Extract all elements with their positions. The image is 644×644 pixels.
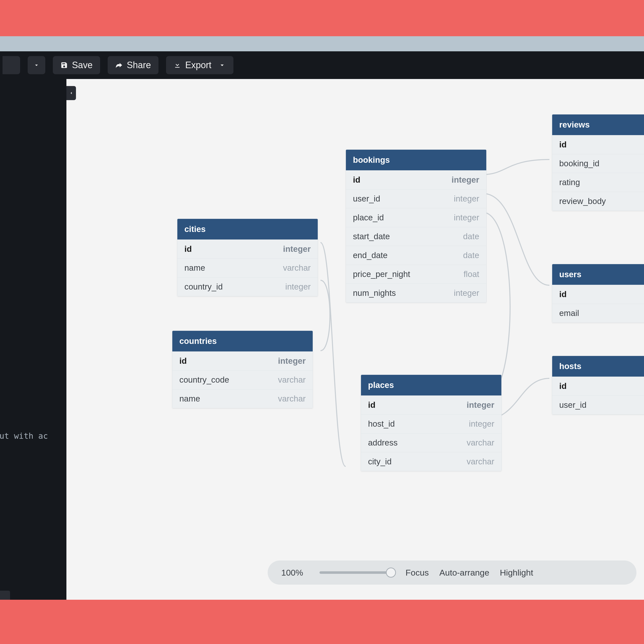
chevron-left-icon [69,91,73,95]
column-name: price_per_night [353,269,410,279]
column-name: booking_id [559,159,599,168]
column-name: user_id [353,194,380,204]
table-header[interactable]: places [361,375,501,395]
table-row[interactable]: id [552,285,644,304]
column-type: integer [469,419,494,429]
table-row[interactable]: email [552,304,644,323]
table-row[interactable]: idinteger [177,239,318,258]
column-name: id [184,244,192,254]
chevron-down-icon [218,61,226,69]
table-row[interactable]: price_per_nightfloat [346,265,486,284]
column-name: start_date [353,232,390,241]
table-row[interactable]: country_idinteger [177,277,318,296]
canvas-footer: 100% Focus Auto-arrange Highlight [268,560,636,585]
column-name: user_id [559,400,586,410]
table-row[interactable]: idinteger [346,170,486,189]
highlight-button[interactable]: Highlight [500,568,533,578]
auto-arrange-button[interactable]: Auto-arrange [439,568,489,578]
table-header[interactable]: countries [172,331,313,351]
table-row[interactable]: namevarchar [172,389,313,408]
column-type: integer [452,175,479,185]
column-type: float [464,269,479,279]
toolbar: Save Share Export [0,51,644,79]
column-type: varchar [283,263,311,273]
column-type: date [463,232,479,241]
column-type: integer [454,194,479,204]
table-row[interactable]: idinteger [172,351,313,370]
table-row[interactable]: id [552,135,644,154]
column-type: integer [454,213,479,222]
share-icon [115,61,123,69]
table-header[interactable]: bookings [346,150,486,170]
browser-tab-bar [0,36,644,51]
table-row[interactable]: idinteger [361,395,501,414]
save-button[interactable]: Save [53,56,100,74]
table-row[interactable]: namevarchar [177,258,318,277]
app-window: Save Share Export , but with ac [0,51,644,600]
table-bookings[interactable]: bookings idintegeruser_idintegerplace_id… [346,149,487,303]
table-reviews[interactable]: reviews idbooking_idratingreview_body [552,114,644,211]
column-name: id [368,400,375,410]
focus-button[interactable]: Focus [406,568,429,578]
table-header[interactable]: cities [177,219,318,239]
table-row[interactable]: num_nightsinteger [346,284,486,302]
column-name: id [559,290,567,299]
column-name: host_id [368,419,395,429]
column-type: integer [467,400,494,410]
table-row[interactable]: place_idinteger [346,208,486,227]
table-row[interactable]: id [552,377,644,395]
column-name: id [353,175,360,185]
column-name: email [559,308,579,318]
table-row[interactable]: user_id [552,395,644,414]
table-header[interactable]: reviews [552,114,644,135]
column-name: id [559,140,567,149]
table-row[interactable]: booking_id [552,154,644,173]
download-icon [174,61,181,69]
table-countries[interactable]: countries idintegercountry_codevarcharna… [172,331,313,408]
column-type: varchar [278,375,306,385]
table-header[interactable]: users [552,264,644,285]
table-row[interactable]: city_idvarchar [361,452,501,471]
column-name: review_body [559,196,606,206]
table-row[interactable]: addressvarchar [361,433,501,452]
table-row[interactable]: country_codevarchar [172,370,313,389]
column-name: end_date [353,251,388,260]
table-hosts[interactable]: hosts iduser_id [552,356,644,415]
column-name: country_code [179,375,229,385]
export-button[interactable]: Export [166,56,233,74]
table-row[interactable]: end_datedate [346,246,486,265]
history-dropdown-button[interactable] [28,56,45,74]
table-row[interactable]: review_body [552,192,644,211]
table-header[interactable]: hosts [552,356,644,377]
unnamed-toolbar-button[interactable] [3,56,20,74]
column-type: varchar [278,394,306,404]
zoom-slider-thumb[interactable] [386,568,396,578]
column-name: id [559,381,567,391]
column-name: name [184,263,205,273]
column-type: integer [285,282,311,292]
share-button[interactable]: Share [108,56,158,74]
column-name: place_id [353,213,384,222]
zoom-slider[interactable] [319,571,395,574]
column-name: name [179,394,200,404]
export-button-label: Export [185,60,211,70]
table-places[interactable]: places idintegerhost_idintegeraddressvar… [361,375,502,471]
save-button-label: Save [72,60,93,70]
table-row[interactable]: rating [552,173,644,192]
column-name: city_id [368,457,392,466]
zoom-level: 100% [281,568,309,578]
code-editor-sidebar[interactable]: , but with ac [0,79,66,600]
sidebar-bottom-stub [0,591,10,600]
chevron-down-icon [33,61,40,69]
share-button-label: Share [127,60,151,70]
table-row[interactable]: user_idinteger [346,189,486,208]
table-cities[interactable]: cities idintegernamevarcharcountry_idint… [177,219,318,296]
table-users[interactable]: users idemail [552,264,644,323]
column-type: date [463,251,479,260]
collapse-sidebar-button[interactable] [66,86,76,100]
table-row[interactable]: start_datedate [346,227,486,246]
column-name: rating [559,178,580,187]
diagram-canvas[interactable]: cities idintegernamevarcharcountry_idint… [66,79,644,600]
table-row[interactable]: host_idinteger [361,414,501,433]
column-type: varchar [467,457,494,466]
